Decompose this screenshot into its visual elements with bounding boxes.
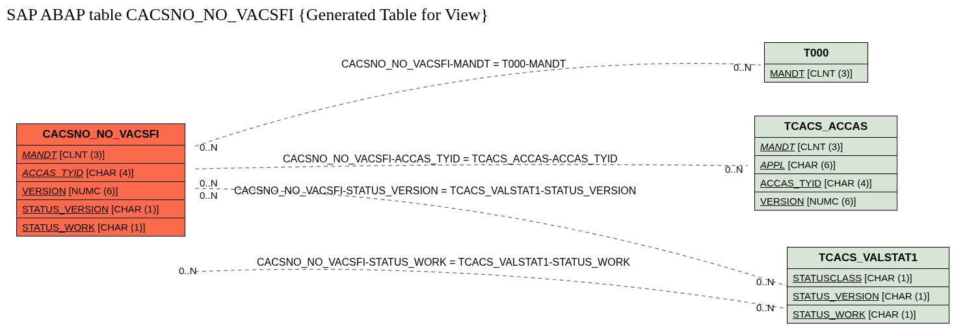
- entity-header: TCACS_VALSTAT1: [788, 248, 949, 269]
- field-row: STATUS_VERSION [CHAR (1)]: [788, 287, 949, 305]
- relation-label: CACSNO_NO_VACSFI-STATUS_WORK = TCACS_VAL…: [257, 257, 630, 268]
- field-row: MANDT [CLNT (3)]: [17, 146, 185, 164]
- cardinality: 0..N: [734, 62, 752, 73]
- cardinality: 0..N: [756, 302, 775, 313]
- entity-cacsno-no-vacsfi: CACSNO_NO_VACSFI MANDT [CLNT (3)] ACCAS_…: [16, 123, 185, 236]
- entity-header: TCACS_ACCAS: [755, 116, 897, 138]
- field-row: MANDT [CLNT (3)]: [755, 138, 897, 156]
- field-row: STATUSCLASS [CHAR (1)]: [788, 269, 949, 287]
- cardinality: 0..N: [756, 276, 775, 287]
- field-row: STATUS_WORK [CHAR (1)]: [17, 218, 185, 236]
- field-row: ACCAS_TYID [CHAR (4)]: [755, 174, 897, 192]
- field-row: STATUS_VERSION [CHAR (1)]: [17, 200, 185, 218]
- field-row: STATUS_WORK [CHAR (1)]: [788, 305, 949, 323]
- er-diagram: SAP ABAP table CACSNO_NO_VACSFI {Generat…: [0, 0, 980, 332]
- field-row: APPL [CHAR (6)]: [755, 156, 897, 174]
- relation-label: CACSNO_NO_VACSFI-STATUS_VERSION = TCACS_…: [234, 185, 636, 197]
- entity-tcacs-valstat1: TCACS_VALSTAT1 STATUSCLASS [CHAR (1)] ST…: [787, 247, 949, 324]
- entity-t000: T000 MANDT [CLNT (3)]: [764, 42, 868, 83]
- field-row: VERSION [NUMC (6)]: [17, 182, 185, 200]
- entity-header: T000: [765, 43, 867, 64]
- cardinality: 0..N: [200, 177, 218, 188]
- page-title: SAP ABAP table CACSNO_NO_VACSFI {Generat…: [7, 5, 488, 25]
- cardinality: 0..N: [200, 190, 218, 201]
- cardinality: 0..N: [725, 164, 743, 175]
- cardinality: 0..N: [200, 142, 218, 153]
- relation-label: CACSNO_NO_VACSFI-MANDT = T000-MANDT: [341, 58, 566, 70]
- field-row: MANDT [CLNT (3)]: [765, 64, 867, 82]
- field-row: VERSION [NUMC (6)]: [755, 192, 897, 210]
- entity-tcacs-accas: TCACS_ACCAS MANDT [CLNT (3)] APPL [CHAR …: [754, 116, 897, 211]
- relation-label: CACSNO_NO_VACSFI-ACCAS_TYID = TCACS_ACCA…: [283, 153, 618, 165]
- field-row: ACCAS_TYID [CHAR (4)]: [17, 164, 185, 182]
- cardinality: 0..N: [179, 265, 197, 276]
- entity-header: CACSNO_NO_VACSFI: [17, 124, 185, 146]
